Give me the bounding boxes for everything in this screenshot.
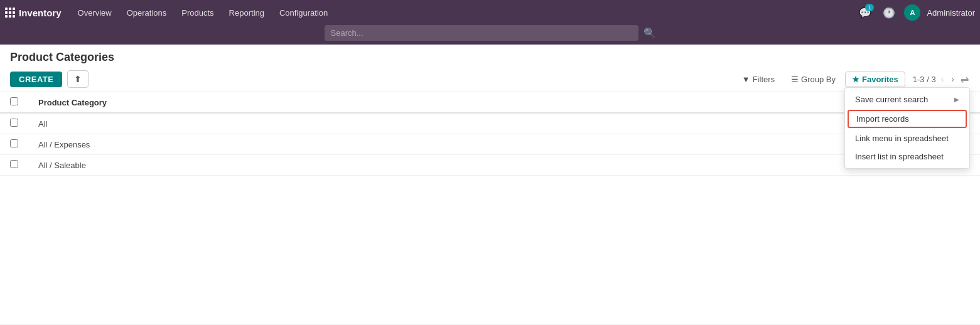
toolbar: CREATE ⬆ ▼ Filters ☰ Group By ★ Favorite…	[0, 67, 980, 92]
dropdown-insert-list-spreadsheet[interactable]: Insert list in spreadsheet	[845, 147, 969, 166]
dropdown-save-current-search[interactable]: Save current search ▶	[845, 90, 969, 109]
page-header: Product Categories	[0, 45, 980, 67]
groupby-icon: ☰	[791, 75, 799, 84]
search-area: 🔍	[0, 25, 980, 45]
filters-button[interactable]: ▼ Filters	[735, 72, 782, 87]
main-content: Product Categories CREATE ⬆ ▼ Filters ☰ …	[0, 45, 980, 324]
row-checkbox-col	[0, 155, 28, 176]
table-row[interactable]: All	[0, 113, 980, 134]
next-page-button[interactable]: ›	[949, 73, 957, 85]
row-checkbox[interactable]	[10, 139, 18, 147]
star-icon: ★	[852, 75, 859, 84]
row-category-name: All	[28, 113, 980, 134]
search-input[interactable]	[325, 25, 638, 41]
favorites-dropdown: Save current search ▶ Import records Lin…	[844, 87, 970, 169]
notification-badge: 1	[865, 4, 874, 11]
avatar: A	[904, 4, 920, 21]
chat-button[interactable]: 💬 1	[856, 4, 874, 21]
topnav-right-area: 💬 1 🕐 A Administrator	[856, 4, 975, 21]
table-row[interactable]: All / Expenses	[0, 134, 980, 155]
menu-products[interactable]: Products	[175, 6, 220, 20]
chevron-right-icon: ▶	[954, 96, 959, 103]
row-category-name: All / Saleable	[28, 155, 980, 176]
table-container: Product Category All All / Expenses	[0, 92, 980, 176]
row-checkbox[interactable]	[10, 119, 18, 127]
adjust-columns-button[interactable]: ⇌	[959, 72, 970, 87]
select-all-checkbox[interactable]	[10, 97, 18, 105]
grid-icon	[5, 8, 15, 18]
create-button[interactable]: CREATE	[10, 72, 62, 87]
row-checkbox[interactable]	[10, 160, 18, 168]
top-menu: Overview Operations Products Reporting C…	[72, 6, 857, 20]
dropdown-import-records[interactable]: Import records	[848, 110, 967, 128]
top-navigation: Inventory Overview Operations Products R…	[0, 0, 980, 25]
header-product-category: Product Category	[28, 92, 980, 113]
table-header-row: Product Category	[0, 92, 980, 113]
app-name: Inventory	[19, 8, 62, 18]
page-title: Product Categories	[10, 51, 114, 64]
row-checkbox-col	[0, 134, 28, 155]
header-checkbox-col	[0, 92, 28, 113]
username-label: Administrator	[927, 8, 975, 18]
upload-icon: ⬆	[74, 74, 82, 84]
menu-operations[interactable]: Operations	[121, 6, 173, 20]
menu-configuration[interactable]: Configuration	[273, 6, 334, 20]
toolbar-right: ▼ Filters ☰ Group By ★ Favorites Save cu…	[735, 72, 970, 87]
menu-reporting[interactable]: Reporting	[223, 6, 271, 20]
prev-page-button[interactable]: ‹	[939, 73, 947, 85]
row-checkbox-col	[0, 113, 28, 134]
menu-overview[interactable]: Overview	[72, 6, 118, 20]
table-row[interactable]: All / Saleable	[0, 155, 980, 176]
row-category-name: All / Expenses	[28, 134, 980, 155]
pagination-info: 1-3 / 3 ‹ ›	[913, 73, 957, 85]
app-logo[interactable]: Inventory	[5, 8, 62, 18]
group-by-button[interactable]: ☰ Group By	[784, 72, 843, 87]
clock-button[interactable]: 🕐	[880, 4, 898, 21]
favorites-button[interactable]: ★ Favorites	[845, 72, 905, 87]
dropdown-link-menu-spreadsheet[interactable]: Link menu in spreadsheet	[845, 129, 969, 147]
search-icon[interactable]: 🔍	[643, 27, 656, 39]
upload-button[interactable]: ⬆	[67, 70, 89, 88]
product-categories-table: Product Category All All / Expenses	[0, 92, 980, 176]
filter-icon: ▼	[742, 75, 750, 84]
